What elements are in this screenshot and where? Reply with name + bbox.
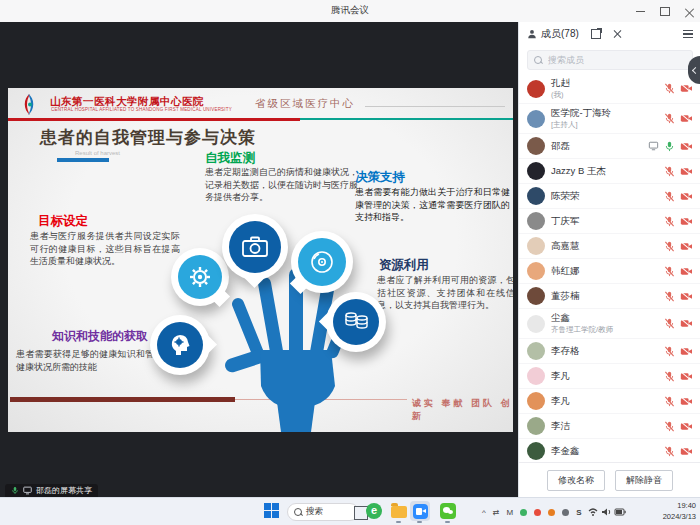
- header-divider: [365, 106, 505, 107]
- mic-icon[interactable]: [664, 83, 675, 94]
- member-row[interactable]: 李洁: [519, 414, 700, 439]
- start-button[interactable]: [264, 503, 279, 518]
- tencent-meeting-icon[interactable]: [410, 501, 430, 521]
- avatar: [527, 212, 545, 230]
- member-list[interactable]: 孔赳 (我): [519, 74, 700, 462]
- member-row[interactable]: 医学院-丁海玲 [主持人]: [519, 104, 700, 134]
- mic-icon[interactable]: [664, 318, 675, 329]
- member-search-input[interactable]: [546, 54, 686, 66]
- mic-icon[interactable]: [664, 371, 675, 382]
- member-row[interactable]: 韩红娜: [519, 259, 700, 284]
- mic-icon[interactable]: [664, 291, 675, 302]
- popout-icon[interactable]: [591, 29, 601, 39]
- camera-icon: [240, 234, 270, 260]
- hospital-name-en: CENTRAL HOSPITAL AFFILIATED TO SHANDONG …: [51, 107, 232, 112]
- wifi-icon: [589, 509, 597, 516]
- avatar: [527, 237, 545, 255]
- camera-off-icon[interactable]: [680, 166, 693, 177]
- browser-360-icon[interactable]: e: [366, 503, 382, 519]
- member-row[interactable]: 董莎楠: [519, 284, 700, 309]
- section-heading-decision-support: 决策支持: [355, 169, 405, 186]
- toggles-icon[interactable]: ⇄: [493, 508, 500, 517]
- tray-status-icons[interactable]: [588, 506, 628, 518]
- avatar: [527, 367, 545, 385]
- window-title: 腾讯会议: [0, 4, 700, 17]
- avatar: [527, 392, 545, 410]
- mic-icon[interactable]: [664, 266, 675, 277]
- unmute-button[interactable]: 解除静音: [615, 470, 673, 491]
- camera-off-icon[interactable]: [680, 83, 693, 94]
- member-row[interactable]: 孔赳 (我): [519, 74, 700, 104]
- avatar: [527, 417, 545, 435]
- screen-share-bar[interactable]: 邵磊的屏幕共享: [5, 484, 98, 497]
- member-row[interactable]: 李存格: [519, 339, 700, 364]
- minimize-icon[interactable]: [636, 11, 645, 12]
- member-row[interactable]: Jazzy B 王杰: [519, 159, 700, 184]
- camera-off-icon[interactable]: [680, 446, 693, 457]
- avatar: [527, 262, 545, 280]
- member-name: 李洁: [551, 420, 570, 433]
- members-panel-footer: 修改名称 解除静音: [519, 462, 700, 497]
- clock-date: 2024/3/13: [663, 512, 696, 523]
- camera-off-icon[interactable]: [680, 266, 693, 277]
- camera-off-icon[interactable]: [680, 291, 693, 302]
- member-row[interactable]: 陈荣荣: [519, 184, 700, 209]
- taskbar-search[interactable]: 搜索: [287, 503, 359, 521]
- mic-icon[interactable]: [664, 396, 675, 407]
- mic-icon[interactable]: [664, 346, 675, 357]
- camera-off-icon[interactable]: [680, 191, 693, 202]
- close-icon[interactable]: [685, 7, 694, 16]
- mic-icon[interactable]: [664, 113, 675, 124]
- section-heading-resource-use: 资源利用: [379, 257, 429, 274]
- header-rule-red: [8, 118, 300, 121]
- bubble-camera: [222, 214, 288, 280]
- camera-off-icon[interactable]: [680, 141, 693, 152]
- slide-title: 患者的自我管理与参与决策: [40, 126, 256, 149]
- avatar: [527, 442, 545, 460]
- slide-motto: 诚实 奉献 团队 创新: [412, 397, 513, 423]
- sogou-ime-icon[interactable]: S: [576, 508, 581, 517]
- camera-off-icon[interactable]: [680, 113, 693, 124]
- mic-icon[interactable]: [664, 141, 675, 152]
- mic-icon[interactable]: [664, 241, 675, 252]
- member-row[interactable]: 李凡: [519, 364, 700, 389]
- member-row[interactable]: 李凡: [519, 389, 700, 414]
- chevron-up-icon[interactable]: ^: [482, 508, 486, 517]
- panel-close-icon[interactable]: [613, 30, 621, 38]
- taskbar-search-label: 搜索: [306, 506, 323, 518]
- mic-icon[interactable]: [664, 216, 675, 227]
- camera-off-icon[interactable]: [680, 318, 693, 329]
- member-row[interactable]: 李金鑫: [519, 439, 700, 462]
- cellular-icon[interactable]: M: [506, 508, 513, 517]
- members-panel-header: 成员(78): [519, 22, 700, 46]
- member-name: 尘鑫: [551, 312, 613, 325]
- wechat-status-icon[interactable]: [520, 509, 527, 516]
- qq-icon[interactable]: [534, 509, 541, 516]
- camera-off-icon[interactable]: [680, 421, 693, 432]
- camera-off-icon[interactable]: [680, 241, 693, 252]
- mic-icon[interactable]: [664, 446, 675, 457]
- input-device-icon[interactable]: [562, 509, 569, 516]
- slide-subtitle: Result of harvest: [75, 150, 120, 156]
- tim-icon[interactable]: [548, 509, 555, 516]
- section-body-decision-support: 患者需要有能力做出关于治疗和日常健康管理的决策，这通常需要医疗团队的支持和指导。: [355, 186, 510, 224]
- member-row[interactable]: 邵磊: [519, 134, 700, 159]
- mic-icon[interactable]: [664, 421, 675, 432]
- member-row[interactable]: 尘鑫 齐鲁理工学院/教师: [519, 309, 700, 339]
- maximize-icon[interactable]: [660, 7, 670, 16]
- wechat-icon[interactable]: [440, 503, 456, 519]
- panel-menu-icon[interactable]: [683, 30, 693, 39]
- camera-off-icon[interactable]: [680, 346, 693, 357]
- member-row[interactable]: 丁庆军: [519, 209, 700, 234]
- rename-button[interactable]: 修改名称: [547, 470, 605, 491]
- member-row[interactable]: 高嘉慧: [519, 234, 700, 259]
- member-search-box[interactable]: [527, 50, 693, 70]
- taskbar-clock[interactable]: 19:40 2024/3/13: [663, 501, 696, 523]
- file-explorer-icon[interactable]: [391, 506, 407, 518]
- camera-off-icon[interactable]: [680, 396, 693, 407]
- mic-icon[interactable]: [664, 191, 675, 202]
- mic-icon[interactable]: [664, 166, 675, 177]
- member-role: (我): [551, 90, 570, 100]
- camera-off-icon[interactable]: [680, 371, 693, 382]
- camera-off-icon[interactable]: [680, 216, 693, 227]
